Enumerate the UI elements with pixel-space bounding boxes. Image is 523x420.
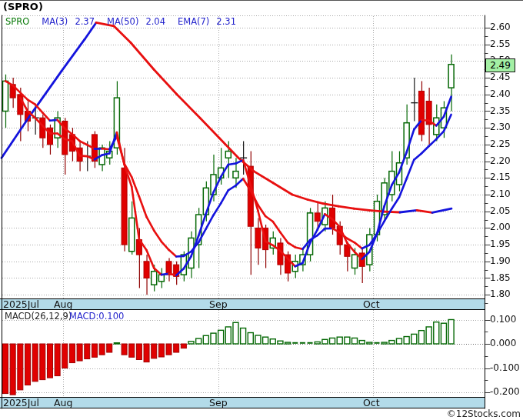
macd-axis-label: -0.100: [490, 362, 520, 373]
page-title: (SPRO): [3, 1, 43, 12]
legend-item-value: 2.31: [216, 16, 236, 27]
month-label: Aug: [54, 299, 72, 310]
price-axis-label: 2.30: [490, 122, 511, 132]
macd-axis-label: 0.000: [490, 338, 516, 348]
price-axis-label: 2.60: [490, 22, 511, 32]
price-axis-label: 2.55: [490, 38, 511, 49]
macd-axis-label: 0.100: [490, 314, 516, 325]
price-axis-label: 2.20: [490, 155, 511, 166]
macd-axis-label: -0.200: [490, 386, 520, 397]
chart-window: (SPRO) SPROMA(3)2.37MA(50)2.04EMA(7)2.31…: [0, 0, 523, 420]
price-axis-label: 2.45: [490, 72, 511, 82]
month-label: Oct: [363, 398, 380, 408]
month-label: Aug: [54, 398, 72, 408]
month-label: 2025Jul: [3, 398, 39, 408]
price-axis-label: 2.00: [490, 222, 511, 232]
price-axis-label: 1.80: [490, 288, 511, 299]
chart-legend: SPROMA(3)2.37MA(50)2.04EMA(7)2.31: [5, 16, 236, 27]
price-axis-label: 1.85: [490, 272, 511, 283]
stock-chart-canvas[interactable]: [0, 0, 523, 420]
price-axis-label: 2.35: [490, 105, 511, 116]
price-axis-label: 2.05: [490, 205, 511, 216]
price-axis-label: 2.25: [490, 138, 511, 149]
price-axis-label: 2.10: [490, 188, 511, 199]
legend-item-label: EMA(7): [178, 16, 209, 27]
watermark-credit: ©12Stocks.com: [447, 408, 521, 419]
macd-value-label: MACD:0.100: [69, 311, 124, 322]
macd-params-label: MACD(26,12,9): [5, 311, 72, 322]
price-axis-label: 2.15: [490, 172, 511, 182]
price-axis-label: 1.90: [490, 255, 511, 266]
price-axis-label: 2.40: [490, 88, 511, 99]
legend-item-value: 2.04: [145, 16, 165, 27]
legend-item-value: 2.37: [75, 16, 95, 27]
price-axis-label: 1.95: [490, 238, 511, 249]
month-label: 2025Jul: [3, 299, 39, 310]
month-label: Sep: [209, 398, 228, 408]
month-label: Oct: [363, 299, 380, 310]
legend-symbol: SPRO: [5, 16, 29, 27]
legend-item-label: MA(3): [42, 16, 68, 27]
last-price-badge: 2.49: [485, 58, 515, 72]
legend-item-label: MA(50): [107, 16, 138, 27]
month-label: Sep: [209, 299, 228, 310]
